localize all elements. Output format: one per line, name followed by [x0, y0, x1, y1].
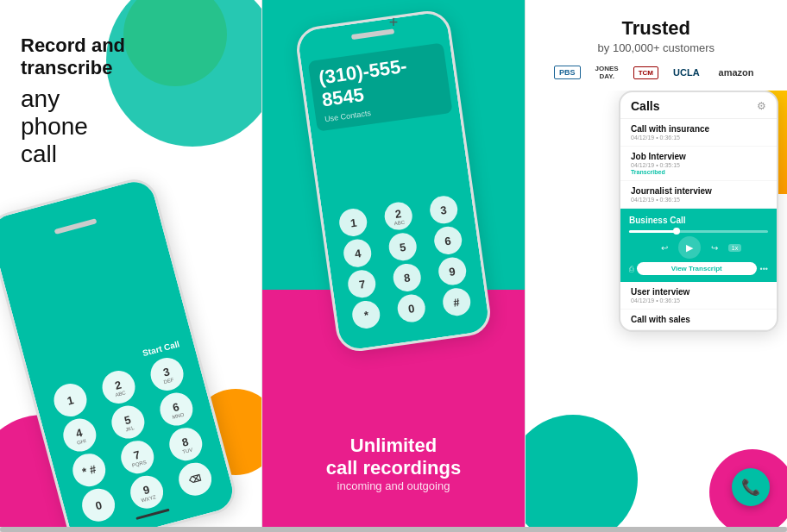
- dial-key-6[interactable]: 6MNO: [156, 389, 197, 429]
- call-item-6[interactable]: Call with sales: [620, 310, 777, 330]
- dial-key-star[interactable]: * #: [69, 450, 110, 491]
- incoming-outgoing-label: incoming and outgoing: [326, 479, 462, 492]
- d2-hash[interactable]: #: [441, 286, 472, 317]
- d2-0[interactable]: 0: [396, 292, 427, 323]
- view-transcript-button[interactable]: View Transcript: [637, 262, 757, 275]
- dial-key-7[interactable]: 7PQRS: [117, 437, 158, 478]
- forward-button[interactable]: ↪: [706, 239, 723, 256]
- logo-pbs: PBS: [554, 66, 581, 79]
- d2-6[interactable]: 6: [432, 225, 463, 256]
- call-meta-2: 04/12/19 • 0:35:15: [631, 162, 766, 168]
- panel3-bg-teal: [526, 415, 638, 527]
- d2-9[interactable]: 9: [437, 256, 468, 287]
- trusted-sub: by 100,000+ customers: [543, 41, 770, 54]
- panel-3: Trusted by 100,000+ customers PBS JONESD…: [526, 0, 787, 527]
- headline: Record and transcribe: [21, 34, 125, 80]
- audio-controls: ↩ ▶ ↪ 1x: [629, 236, 768, 259]
- call-name-1: Call with insurance: [631, 124, 766, 134]
- subtext: any phone call: [21, 85, 125, 169]
- panel-1: Record and transcribe any phone call Sta…: [0, 0, 262, 527]
- speed-badge[interactable]: 1x: [728, 244, 741, 252]
- panel-1-text: Record and transcribe any phone call: [21, 34, 125, 168]
- call-item-2[interactable]: Job Interview 04/12/19 • 0:35:15 Transcr…: [620, 147, 777, 181]
- dial-key-del[interactable]: ⌫: [175, 459, 216, 499]
- call-transcribed-2: Transcribed: [631, 169, 766, 175]
- panel-2: + (310)-555-8545 Use Contacts 1 2ABC: [262, 0, 525, 527]
- unlimited-label: Unlimited: [326, 435, 462, 457]
- dial-key-4[interactable]: 4GHI: [60, 415, 100, 455]
- d2-3[interactable]: 3: [428, 194, 459, 225]
- audio-progress-fill: [629, 230, 677, 233]
- transcript-row: ⎙ View Transcript •••: [629, 262, 768, 275]
- call-name-2: Job Interview: [631, 152, 766, 161]
- call-item-active[interactable]: Business Call ↩ ▶ ↪ 1x ⎙ View Tr: [620, 209, 777, 282]
- play-button[interactable]: ▶: [678, 236, 701, 259]
- fab-button[interactable]: 📞: [732, 468, 770, 506]
- call-item-3[interactable]: Journalist interview 04/12/19 • 0:36:15: [620, 181, 777, 209]
- dial-pad-2: 1 2ABC 3 4 5 6 7 8: [329, 193, 481, 332]
- dial-key-3[interactable]: 3DEF: [147, 354, 187, 395]
- share-icon[interactable]: ⎙: [629, 265, 633, 273]
- d2-4[interactable]: 4: [342, 238, 373, 269]
- d2-star[interactable]: *: [350, 299, 381, 330]
- call-name-6: Call with sales: [631, 315, 766, 324]
- dial-key-8[interactable]: 8TUV: [166, 424, 206, 465]
- dial-key-1[interactable]: 1: [50, 380, 91, 421]
- call-item-1[interactable]: Call with insurance 04/12/19 • 0:36:15: [620, 119, 777, 147]
- bg-teal: [106, 0, 262, 147]
- active-call-name: Business Call: [629, 216, 768, 225]
- calls-header: Calls ⚙: [620, 92, 777, 119]
- d2-5[interactable]: 5: [387, 231, 419, 262]
- dial-key-0[interactable]: 0: [79, 485, 119, 525]
- dial-key-5[interactable]: 5JKL: [108, 402, 148, 442]
- d2-2[interactable]: 2ABC: [383, 201, 414, 232]
- gear-icon[interactable]: ⚙: [757, 100, 766, 112]
- panel2-bottom-text: Unlimited call recordings incoming and o…: [326, 435, 462, 492]
- panel3-top: Trusted by 100,000+ customers PBS JONESD…: [526, 0, 787, 91]
- more-icon[interactable]: •••: [760, 265, 768, 273]
- call-meta-3: 04/12/19 • 0:36:15: [631, 197, 766, 203]
- d2-1[interactable]: 1: [337, 207, 368, 238]
- d2-7[interactable]: 7: [346, 268, 377, 299]
- call-meta-1: 04/12/19 • 0:36:15: [631, 135, 766, 141]
- audio-bar: [629, 230, 768, 233]
- dial-key-9[interactable]: 9WXYZ: [127, 472, 167, 512]
- call-meta-5: 04/12/19 • 0:36:15: [631, 297, 766, 304]
- logo-jones: JONESDAY.: [591, 63, 623, 82]
- phone-fab-icon: 📞: [741, 478, 760, 497]
- call-recordings-label: call recordings: [326, 457, 462, 479]
- plus-icon: +: [389, 14, 399, 32]
- dial-key-2[interactable]: 2ABC: [98, 367, 139, 408]
- scrollbar-thumb: [0, 527, 787, 532]
- logo-tcm: TCM: [633, 66, 658, 79]
- trusted-title: Trusted: [543, 17, 770, 40]
- logos-row: PBS JONESDAY. TCM UCLA amazon: [543, 63, 770, 82]
- calls-mockup: Calls ⚙ Call with insurance 04/12/19 • 0…: [619, 91, 778, 332]
- calls-title: Calls: [631, 99, 659, 113]
- logo-ucla: UCLA: [669, 66, 704, 79]
- rewind-button[interactable]: ↩: [656, 239, 673, 256]
- main-container: Record and transcribe any phone call Sta…: [0, 0, 787, 527]
- logo-amazon: amazon: [715, 66, 759, 79]
- audio-progress: [629, 230, 768, 233]
- call-item-5[interactable]: User interview 04/12/19 • 0:36:15: [620, 282, 777, 310]
- call-name-5: User interview: [631, 287, 766, 297]
- call-name-3: Journalist interview: [631, 186, 766, 196]
- panel3-bg-wrapper: Calls ⚙ Call with insurance 04/12/19 • 0…: [526, 91, 787, 527]
- d2-8[interactable]: 8: [392, 262, 423, 293]
- scrollbar[interactable]: [0, 527, 787, 532]
